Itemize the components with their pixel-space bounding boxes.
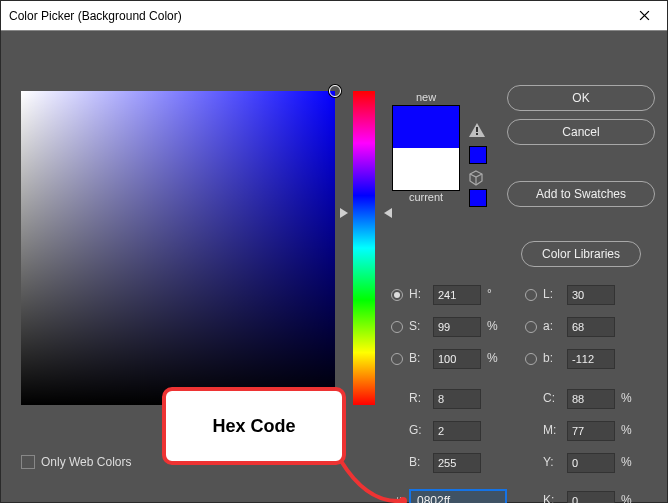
radio-h[interactable] bbox=[391, 289, 403, 301]
color-field-marker bbox=[329, 85, 341, 97]
title-bar: Color Picker (Background Color) bbox=[1, 1, 667, 31]
dialog-body: new current OK Cancel Add to Swatches Co… bbox=[1, 31, 667, 502]
svg-rect-1 bbox=[476, 133, 478, 135]
input-b-hsb[interactable] bbox=[433, 349, 481, 369]
label-b-hsb: B: bbox=[409, 351, 420, 365]
hue-slider[interactable] bbox=[353, 91, 375, 405]
label-k: K: bbox=[543, 493, 554, 503]
new-color-label: new bbox=[392, 91, 460, 103]
input-r[interactable] bbox=[433, 389, 481, 409]
unit-m: % bbox=[621, 423, 632, 437]
unit-h: ° bbox=[487, 287, 492, 301]
current-color-label: current bbox=[392, 191, 460, 203]
gamut-warning-icon[interactable] bbox=[469, 123, 485, 140]
close-icon bbox=[639, 10, 650, 21]
annotation-text: Hex Code bbox=[212, 416, 295, 437]
web-safe-warning-icon[interactable] bbox=[467, 169, 485, 190]
new-color-swatch[interactable] bbox=[393, 106, 459, 148]
unit-y: % bbox=[621, 455, 632, 469]
only-web-colors-checkbox[interactable] bbox=[21, 455, 35, 469]
label-c: C: bbox=[543, 391, 555, 405]
input-b-lab[interactable] bbox=[567, 349, 615, 369]
label-s: S: bbox=[409, 319, 420, 333]
input-y[interactable] bbox=[567, 453, 615, 473]
ok-button[interactable]: OK bbox=[507, 85, 655, 111]
label-m: M: bbox=[543, 423, 556, 437]
hex-hash-label: # bbox=[395, 495, 402, 503]
radio-a[interactable] bbox=[525, 321, 537, 333]
radio-b-lab[interactable] bbox=[525, 353, 537, 365]
current-color-swatch[interactable] bbox=[393, 148, 459, 190]
input-h[interactable] bbox=[433, 285, 481, 305]
unit-b-hsb: % bbox=[487, 351, 498, 365]
websafe-suggest-swatch[interactable] bbox=[469, 189, 487, 207]
label-a: a: bbox=[543, 319, 553, 333]
radio-b-hsb[interactable] bbox=[391, 353, 403, 365]
unit-s: % bbox=[487, 319, 498, 333]
only-web-colors-label: Only Web Colors bbox=[41, 455, 131, 469]
hex-input[interactable] bbox=[409, 489, 507, 503]
input-s[interactable] bbox=[433, 317, 481, 337]
label-l: L: bbox=[543, 287, 553, 301]
unit-c: % bbox=[621, 391, 632, 405]
gamut-suggest-swatch[interactable] bbox=[469, 146, 487, 164]
label-r: R: bbox=[409, 391, 421, 405]
unit-k: % bbox=[621, 493, 632, 503]
color-libraries-button[interactable]: Color Libraries bbox=[521, 241, 641, 267]
annotation-callout: Hex Code bbox=[162, 387, 346, 465]
color-preview: new current bbox=[392, 91, 460, 203]
cancel-button[interactable]: Cancel bbox=[507, 119, 655, 145]
close-button[interactable] bbox=[629, 1, 659, 31]
label-b-lab: b: bbox=[543, 351, 553, 365]
input-a[interactable] bbox=[567, 317, 615, 337]
input-m[interactable] bbox=[567, 421, 615, 441]
svg-rect-0 bbox=[476, 127, 478, 132]
label-g: G: bbox=[409, 423, 422, 437]
window-title: Color Picker (Background Color) bbox=[9, 9, 629, 23]
add-to-swatches-button[interactable]: Add to Swatches bbox=[507, 181, 655, 207]
saturation-value-field[interactable] bbox=[21, 91, 335, 405]
input-k[interactable] bbox=[567, 491, 615, 503]
input-c[interactable] bbox=[567, 389, 615, 409]
label-h: H: bbox=[409, 287, 421, 301]
label-b-rgb: B: bbox=[409, 455, 420, 469]
input-l[interactable] bbox=[567, 285, 615, 305]
label-y: Y: bbox=[543, 455, 554, 469]
radio-s[interactable] bbox=[391, 321, 403, 333]
input-g[interactable] bbox=[433, 421, 481, 441]
dialog-window: Color Picker (Background Color) new curr… bbox=[0, 0, 668, 503]
input-b-rgb[interactable] bbox=[433, 453, 481, 473]
radio-l[interactable] bbox=[525, 289, 537, 301]
